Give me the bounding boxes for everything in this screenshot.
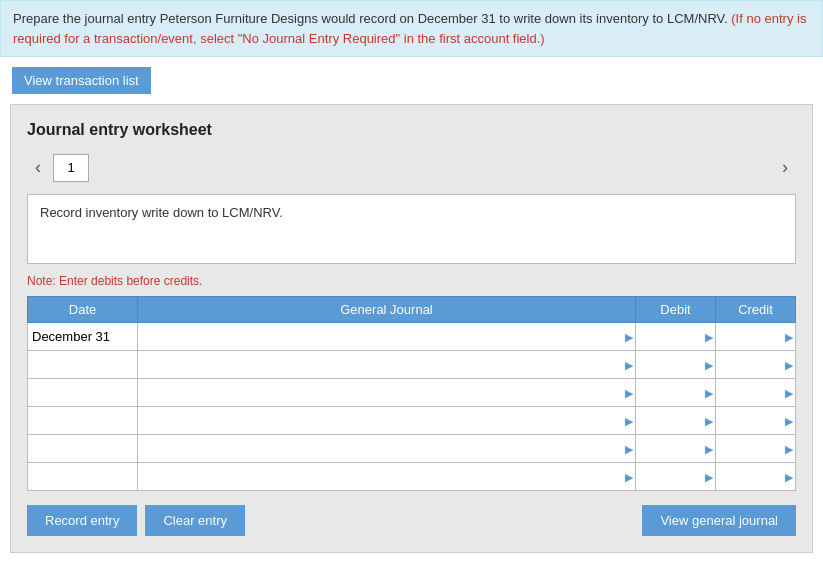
- table-row: December 31▶▶▶: [28, 323, 796, 351]
- credit-cell-4[interactable]: ▶: [716, 435, 796, 463]
- table-row: ▶▶▶: [28, 379, 796, 407]
- table-row: ▶▶▶: [28, 463, 796, 491]
- debit-cell-0[interactable]: ▶: [636, 323, 716, 351]
- note-text: Note: Enter debits before credits.: [27, 274, 796, 288]
- debit-arrow-icon: ▶: [705, 386, 713, 399]
- debit-arrow-icon: ▶: [705, 442, 713, 455]
- debit-arrow-icon: ▶: [705, 470, 713, 483]
- journal-input-0[interactable]: [142, 329, 631, 344]
- date-input-5[interactable]: [32, 469, 133, 484]
- date-input-2[interactable]: [32, 385, 133, 400]
- journal-input-5[interactable]: [142, 469, 631, 484]
- date-cell-5[interactable]: [28, 463, 138, 491]
- journal-arrow-icon: ▶: [625, 414, 633, 427]
- journal-arrow-icon: ▶: [625, 386, 633, 399]
- table-row: ▶▶▶: [28, 351, 796, 379]
- debit-cell-4[interactable]: ▶: [636, 435, 716, 463]
- debit-cell-3[interactable]: ▶: [636, 407, 716, 435]
- date-cell-2[interactable]: [28, 379, 138, 407]
- top-banner: Prepare the journal entry Peterson Furni…: [0, 0, 823, 57]
- journal-cell-5[interactable]: ▶: [138, 463, 636, 491]
- date-input-4[interactable]: [32, 441, 133, 456]
- credit-input-3[interactable]: [720, 413, 791, 428]
- view-general-journal-button[interactable]: View general journal: [642, 505, 796, 536]
- prev-page-arrow[interactable]: ‹: [27, 153, 49, 182]
- debit-input-1[interactable]: [640, 357, 711, 372]
- view-transaction-button[interactable]: View transaction list: [12, 67, 151, 94]
- debit-arrow-icon: ▶: [705, 330, 713, 343]
- debit-input-0[interactable]: [640, 329, 711, 344]
- journal-arrow-icon: ▶: [625, 330, 633, 343]
- date-cell-0: December 31: [28, 323, 138, 351]
- page-number: 1: [53, 154, 89, 182]
- credit-cell-2[interactable]: ▶: [716, 379, 796, 407]
- debit-input-4[interactable]: [640, 441, 711, 456]
- credit-cell-5[interactable]: ▶: [716, 463, 796, 491]
- journal-arrow-icon: ▶: [625, 470, 633, 483]
- credit-input-5[interactable]: [720, 469, 791, 484]
- credit-arrow-icon: ▶: [785, 330, 793, 343]
- journal-input-1[interactable]: [142, 357, 631, 372]
- record-entry-button[interactable]: Record entry: [27, 505, 137, 536]
- col-header-date: Date: [28, 297, 138, 323]
- credit-input-2[interactable]: [720, 385, 791, 400]
- journal-arrow-icon: ▶: [625, 358, 633, 371]
- debit-input-3[interactable]: [640, 413, 711, 428]
- credit-cell-1[interactable]: ▶: [716, 351, 796, 379]
- debit-cell-5[interactable]: ▶: [636, 463, 716, 491]
- debit-arrow-icon: ▶: [705, 358, 713, 371]
- date-input-3[interactable]: [32, 413, 133, 428]
- description-text: Record inventory write down to LCM/NRV.: [40, 205, 283, 220]
- date-input-1[interactable]: [32, 357, 133, 372]
- credit-arrow-icon: ▶: [785, 414, 793, 427]
- journal-cell-1[interactable]: ▶: [138, 351, 636, 379]
- col-header-journal: General Journal: [138, 297, 636, 323]
- button-row: Record entry Clear entry View general jo…: [27, 505, 796, 536]
- description-box: Record inventory write down to LCM/NRV.: [27, 194, 796, 264]
- debit-input-5[interactable]: [640, 469, 711, 484]
- journal-cell-2[interactable]: ▶: [138, 379, 636, 407]
- table-row: ▶▶▶: [28, 407, 796, 435]
- journal-cell-3[interactable]: ▶: [138, 407, 636, 435]
- nav-row: ‹ 1 ›: [27, 153, 796, 182]
- credit-arrow-icon: ▶: [785, 470, 793, 483]
- journal-cell-4[interactable]: ▶: [138, 435, 636, 463]
- date-cell-4[interactable]: [28, 435, 138, 463]
- table-row: ▶▶▶: [28, 435, 796, 463]
- credit-input-1[interactable]: [720, 357, 791, 372]
- clear-entry-button[interactable]: Clear entry: [145, 505, 245, 536]
- debit-cell-1[interactable]: ▶: [636, 351, 716, 379]
- journal-arrow-icon: ▶: [625, 442, 633, 455]
- date-cell-3[interactable]: [28, 407, 138, 435]
- debit-input-2[interactable]: [640, 385, 711, 400]
- credit-input-0[interactable]: [720, 329, 791, 344]
- debit-arrow-icon: ▶: [705, 414, 713, 427]
- credit-arrow-icon: ▶: [785, 442, 793, 455]
- col-header-debit: Debit: [636, 297, 716, 323]
- credit-cell-3[interactable]: ▶: [716, 407, 796, 435]
- worksheet-container: Journal entry worksheet ‹ 1 › Record inv…: [10, 104, 813, 553]
- date-cell-1[interactable]: [28, 351, 138, 379]
- credit-arrow-icon: ▶: [785, 358, 793, 371]
- credit-cell-0[interactable]: ▶: [716, 323, 796, 351]
- banner-text: Prepare the journal entry Peterson Furni…: [13, 11, 728, 26]
- journal-input-3[interactable]: [142, 413, 631, 428]
- credit-arrow-icon: ▶: [785, 386, 793, 399]
- next-page-arrow[interactable]: ›: [774, 153, 796, 182]
- col-header-credit: Credit: [716, 297, 796, 323]
- worksheet-title: Journal entry worksheet: [27, 121, 796, 139]
- debit-cell-2[interactable]: ▶: [636, 379, 716, 407]
- journal-input-4[interactable]: [142, 441, 631, 456]
- journal-input-2[interactable]: [142, 385, 631, 400]
- journal-table: Date General Journal Debit Credit Decemb…: [27, 296, 796, 491]
- journal-cell-0[interactable]: ▶: [138, 323, 636, 351]
- credit-input-4[interactable]: [720, 441, 791, 456]
